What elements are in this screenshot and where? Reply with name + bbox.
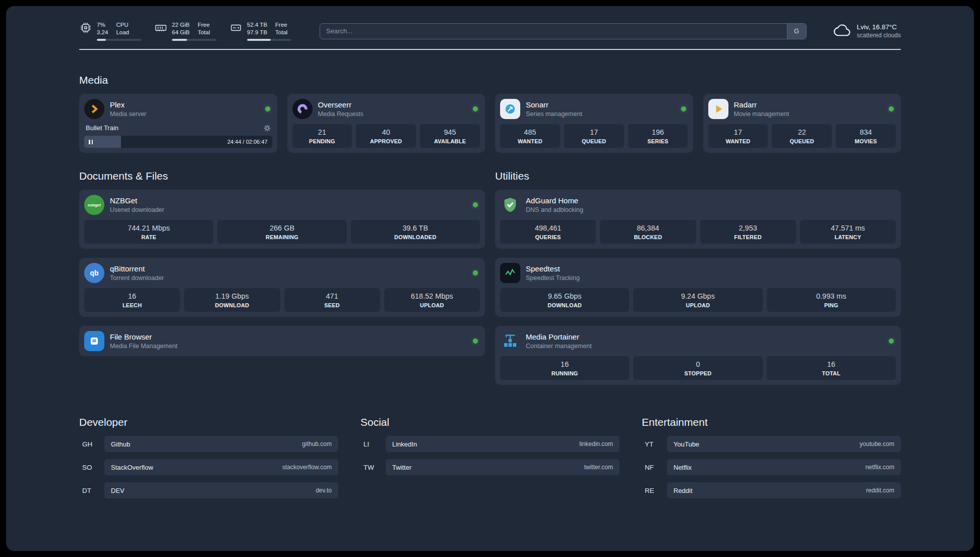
stat-box: 17 WANTED xyxy=(708,124,768,148)
service-card-portainer[interactable]: Media Portainer Container management 16 … xyxy=(495,326,901,385)
service-card-qbittorrent[interactable]: qb qBittorrent Torrent downloader 16 LEE… xyxy=(79,258,485,317)
now-playing-title: Bullet Train xyxy=(86,124,118,132)
bookmark-stackoverflow[interactable]: SO StackOverflow stackoverflow.com xyxy=(79,459,338,475)
plex-player-bar[interactable]: 24:44 / 02:06:47 xyxy=(84,136,272,148)
bookmark-reddit[interactable]: RE Reddit reddit.com xyxy=(642,482,901,498)
playback-time: 24:44 / 02:06:47 xyxy=(227,139,268,145)
service-name: NZBGet xyxy=(110,196,164,205)
cloud-icon xyxy=(833,23,852,40)
bookmark-name: StackOverflow xyxy=(111,464,153,471)
bookmark-dev[interactable]: DT DEV dev.to xyxy=(79,482,338,498)
search-provider-button[interactable]: G xyxy=(787,24,806,39)
bookmark-abbr: DT xyxy=(79,487,97,494)
bookmark-url: linkedin.com xyxy=(579,440,613,448)
stat-box: 945 AVAILABLE xyxy=(420,124,480,148)
bookmark-youtube[interactable]: YT YouTube youtube.com xyxy=(642,436,901,452)
cpu-label: CPU xyxy=(116,21,129,29)
status-dot xyxy=(473,270,478,275)
sonarr-icon xyxy=(500,99,520,119)
service-card-speedtest[interactable]: Speedtest Speedtest Tracking 9.65 Gbps D… xyxy=(495,258,901,317)
bookmark-netflix[interactable]: NF Netflix netflix.com xyxy=(642,459,901,475)
radarr-icon xyxy=(708,99,728,119)
stat-box: 266 GB REMAINING xyxy=(217,220,346,244)
stat-box: 2,953 FILTERED xyxy=(700,220,796,244)
topbar: 7% 3.24 CPU Load xyxy=(79,21,901,41)
memory-progress-bar xyxy=(172,39,216,41)
disk-metric: 52.4 TB 97.9 TB Free Total xyxy=(229,21,291,41)
memory-total-label: Total xyxy=(198,29,210,36)
service-name: Sonarr xyxy=(526,100,582,109)
stat-box: 0.993 ms PING xyxy=(767,288,896,312)
stat-box: 618.52 Mbps UPLOAD xyxy=(384,288,480,312)
disk-total-label: Total xyxy=(275,29,287,36)
service-name: AdGuard Home xyxy=(526,196,583,205)
service-card-filebrowser[interactable]: File Browser Media File Management xyxy=(79,326,485,356)
section-title-utilities: Utilities xyxy=(495,170,901,182)
weather-condition: scattered clouds xyxy=(857,32,901,39)
memory-free-label: Free xyxy=(198,21,210,29)
bookmark-twitter[interactable]: TW Twitter twitter.com xyxy=(360,459,620,475)
plex-icon xyxy=(84,99,104,119)
section-title-media: Media xyxy=(79,74,901,86)
adguard-shield-icon xyxy=(500,195,520,215)
service-name: Plex xyxy=(110,100,146,109)
bookmark-abbr: SO xyxy=(79,464,97,471)
stat-box: 485 WANTED xyxy=(500,124,560,148)
bookmark-url: dev.to xyxy=(316,487,332,494)
service-name: qBittorrent xyxy=(110,264,164,273)
weather-widget: Lviv, 16.87°C scattered clouds xyxy=(833,23,901,40)
stat-box: 39.6 TB DOWNLOADED xyxy=(351,220,480,244)
service-card-sonarr[interactable]: Sonarr Series management 485 WANTED 17 Q… xyxy=(495,94,693,153)
memory-total-value: 64 GiB xyxy=(172,29,190,36)
status-dot xyxy=(265,106,270,112)
status-dot xyxy=(473,202,478,207)
service-desc: Movie management xyxy=(734,110,789,118)
service-desc: Series management xyxy=(526,110,582,118)
cpu-icon xyxy=(79,21,92,34)
section-title-documents: Documents & Files xyxy=(79,170,485,182)
filebrowser-icon xyxy=(84,331,104,351)
section-documents: Documents & Files nzbget NZBGet Usenet d… xyxy=(79,170,485,385)
memory-free-value: 22 GiB xyxy=(172,21,190,29)
disk-free-value: 52.4 TB xyxy=(247,21,267,29)
cpu-load-value: 3.24 xyxy=(97,29,108,36)
section-title-developer: Developer xyxy=(79,416,338,428)
bookmark-abbr: LI xyxy=(360,440,379,448)
speedtest-icon xyxy=(500,263,520,283)
status-dot xyxy=(473,339,478,344)
service-card-plex[interactable]: Plex Media server Bullet Train xyxy=(79,94,277,153)
pause-icon[interactable] xyxy=(89,140,93,144)
stat-box: 9.65 Gbps DOWNLOAD xyxy=(500,288,629,312)
bookmark-url: reddit.com xyxy=(866,487,894,494)
section-title-social: Social xyxy=(360,416,620,428)
service-desc: Media server xyxy=(110,110,146,118)
gear-icon[interactable] xyxy=(264,125,271,132)
bookmark-linkedin[interactable]: LI LinkedIn linkedin.com xyxy=(360,436,620,452)
nzbget-icon: nzbget xyxy=(84,195,104,215)
memory-icon xyxy=(154,21,167,34)
stat-box: 16 TOTAL xyxy=(767,356,896,380)
stat-box: 21 PENDING xyxy=(292,124,352,148)
stat-box: 22 QUEUED xyxy=(772,124,832,148)
search-input[interactable] xyxy=(320,23,807,39)
section-social: Social LI LinkedIn linkedin.com TW Twitt… xyxy=(360,416,620,498)
bookmark-abbr: GH xyxy=(79,440,97,448)
disk-total-value: 97.9 TB xyxy=(247,29,267,36)
cpu-load-label: Load xyxy=(116,29,129,36)
bookmark-url: stackoverflow.com xyxy=(282,464,332,471)
service-card-overseerr[interactable]: Overseerr Media Requests 21 PENDING 40 A… xyxy=(287,94,485,153)
bookmark-github[interactable]: GH Github github.com xyxy=(79,436,338,452)
service-card-nzbget[interactable]: nzbget NZBGet Usenet downloader 744.21 M… xyxy=(79,190,485,249)
service-name: Speedtest xyxy=(526,264,580,273)
overseerr-icon xyxy=(292,99,313,119)
service-name: Media Portainer xyxy=(526,332,592,341)
bookmark-url: youtube.com xyxy=(860,440,894,448)
service-card-adguard[interactable]: AdGuard Home DNS and adblocking 498,461 … xyxy=(495,190,901,249)
service-card-radarr[interactable]: Radarr Movie management 17 WANTED 22 QUE… xyxy=(703,94,901,153)
stat-box: 1.19 Gbps DOWNLOAD xyxy=(184,288,280,312)
stat-box: 196 SERIES xyxy=(628,124,688,148)
disk-progress-bar xyxy=(247,39,291,41)
section-title-entertainment: Entertainment xyxy=(642,416,901,428)
service-name: File Browser xyxy=(110,332,177,341)
stat-box: 86,384 BLOCKED xyxy=(600,220,696,244)
